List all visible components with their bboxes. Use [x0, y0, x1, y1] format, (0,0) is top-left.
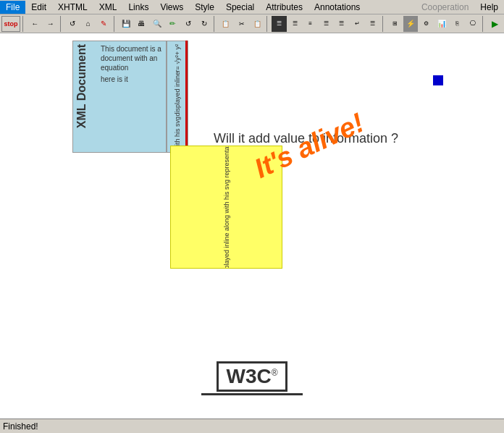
btn-g[interactable]: ☰	[319, 16, 334, 32]
menu-views[interactable]: Views	[154, 1, 189, 14]
btn-b[interactable]: ✂	[234, 16, 249, 32]
status-text: Finished!	[3, 421, 38, 432]
btn-j[interactable]: ☰	[366, 16, 381, 32]
main-content: XML Document This document is a document…	[0, 33, 504, 424]
print-button[interactable]: 🖶	[134, 16, 149, 32]
menu-help[interactable]: Help	[474, 1, 504, 14]
toolbar-separator-2	[60, 16, 63, 32]
btn-f[interactable]: ≡	[303, 16, 318, 32]
menu-bar: File Edit XHTML XML Links Views Style Sp…	[0, 0, 504, 14]
yellow-note-content: displayed inline along with his svg repr…	[223, 146, 230, 269]
menu-cooperation: Cooperation	[416, 1, 474, 14]
btn-table[interactable]: ⊞	[387, 16, 403, 32]
toolbar-separator-4	[214, 16, 217, 32]
menu-annotations[interactable]: Annotations	[308, 1, 366, 14]
w3c-text: W3C	[226, 365, 271, 387]
menu-links[interactable]: Links	[122, 1, 154, 14]
w3c-trademark: ®	[272, 368, 278, 378]
blue-indicator	[433, 75, 443, 85]
xml-description: This document is a document with an equa…	[101, 44, 163, 72]
btn-lightning[interactable]: ⚡	[403, 16, 419, 32]
stop-button[interactable]: stop	[1, 16, 20, 32]
toolbar-separator-3	[114, 16, 117, 32]
xml-panel-content: This document is a document with an equa…	[98, 44, 163, 149]
btn-h[interactable]: ☰	[334, 16, 349, 32]
redo-button[interactable]: ↻	[196, 16, 211, 32]
menu-attributes[interactable]: Attributes	[260, 1, 308, 14]
btn-chart[interactable]: 📊	[434, 16, 450, 32]
equation-text-1: r= √y²+ y²	[174, 44, 182, 72]
xml-panel: XML Document This document is a document…	[72, 41, 167, 153]
red-line	[185, 41, 188, 153]
menu-edit[interactable]: Edit	[25, 1, 52, 14]
btn-d[interactable]: ☰	[272, 16, 287, 32]
menu-file[interactable]: File	[0, 1, 25, 14]
forward-button[interactable]: →	[43, 16, 59, 32]
menu-style[interactable]: Style	[189, 1, 220, 14]
xml-title-column: XML Document	[76, 44, 98, 149]
back-button[interactable]: ←	[28, 16, 43, 32]
toolbar-separator-6	[382, 16, 385, 32]
zoom-button[interactable]: 🔍	[150, 16, 165, 32]
xml-here-label: here is it	[101, 75, 163, 84]
btn-m[interactable]: 🖵	[466, 16, 481, 32]
toolbar-separator-7	[482, 16, 485, 32]
toolbar-separator-5	[266, 16, 269, 32]
w3c-underline	[201, 393, 303, 395]
status-bar: Finished!	[0, 419, 504, 433]
btn-l[interactable]: ⎘	[450, 16, 465, 32]
xml-panel-title: XML Document	[76, 44, 88, 128]
pencil-button[interactable]: ✎	[96, 16, 112, 32]
undo-button[interactable]: ↺	[181, 16, 196, 32]
equation-text-2: displayed inline	[174, 72, 182, 117]
save-button[interactable]: 💾	[118, 16, 133, 32]
btn-c[interactable]: 📋	[250, 16, 265, 32]
toolbar: stop ← → ↺ ⌂ ✎ 💾 🖶 🔍 ✏ ↺ ↻ 📋 ✂ 📋 ☰ ☰ ≡ ☰…	[0, 14, 504, 33]
btn-e[interactable]: ☰	[287, 16, 303, 32]
btn-k[interactable]: ⚙	[419, 16, 434, 32]
play-button[interactable]: ▶	[487, 16, 503, 32]
menu-xhtml[interactable]: XHTML	[52, 1, 93, 14]
menu-xml[interactable]: XML	[93, 1, 123, 14]
w3c-logo: W3C®	[217, 361, 287, 392]
toolbar-separator-1	[22, 16, 25, 32]
reload-button[interactable]: ↺	[65, 16, 80, 32]
w3c-logo-area: W3C®	[201, 361, 303, 395]
menu-special[interactable]: Special	[220, 1, 260, 14]
btn-a[interactable]: 📋	[219, 16, 234, 32]
edit-button[interactable]: ✏	[165, 16, 180, 32]
btn-i[interactable]: ↵	[350, 16, 365, 32]
home-button[interactable]: ⌂	[80, 16, 96, 32]
